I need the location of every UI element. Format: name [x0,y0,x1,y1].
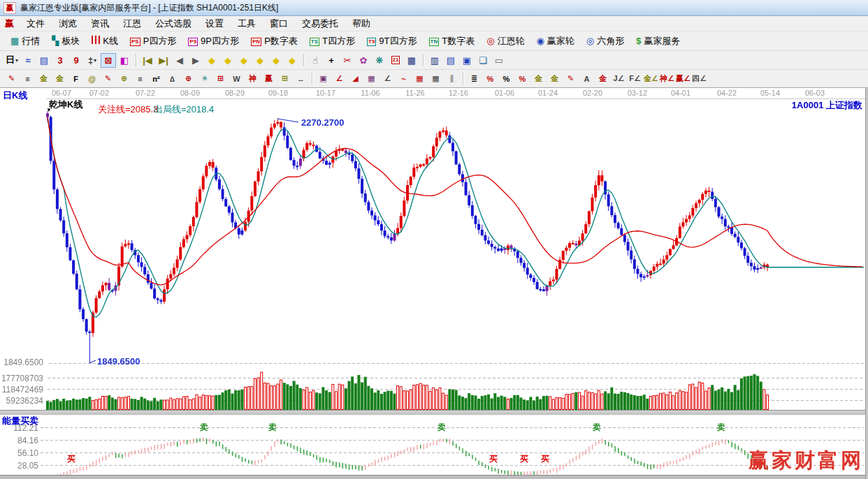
gold-underline-tool[interactable]: 金 [595,72,611,86]
t-square-button[interactable]: TST四方形 [305,34,360,49]
n-square-tool[interactable]: n² [148,72,164,86]
menu-trade-order[interactable]: 交易委托 [295,16,345,31]
percent-lines-tool[interactable]: % [514,72,530,86]
menu-formula-stock-pick[interactable]: 公式选股 [148,16,198,31]
star-web-tool[interactable]: ✳ [196,72,212,86]
panel-right-border [865,88,868,479]
j-angle-tool[interactable]: J∠ [611,72,627,86]
winner-service-button[interactable]: $赢家服务 [631,34,685,49]
diamond-h-expand-button[interactable]: ◆ [236,53,252,68]
fibonacci-lines-tool[interactable]: F [68,72,84,86]
calculator-button[interactable]: ▦ [404,53,419,68]
line-group-tool[interactable]: ≡ [132,72,148,86]
date-tick-01-24: 01-24 [534,89,562,97]
kline-chart-canvas[interactable] [0,88,868,479]
slash-lines-tool[interactable]: ∥ [444,72,460,86]
data-table-button[interactable]: ▥ [427,53,442,68]
last-bar-button[interactable]: ▶| [156,53,171,68]
diamond-pan-left-button[interactable]: ◆ [204,53,219,68]
menu-file[interactable]: 文件 [20,16,52,31]
pattern-box-icon[interactable]: ⊠ [101,53,116,68]
wave-pattern-icon[interactable]: ≈ [20,53,36,68]
gold-circle-tool[interactable]: 金 [530,72,547,86]
gold-bar-tool[interactable]: 金 [547,72,563,86]
wave-analysis-tool[interactable]: ❋ [372,53,387,68]
a-wave-tool[interactable]: A [579,72,595,86]
next-bar-button[interactable]: ▶ [188,53,203,68]
menu-window[interactable]: 窗口 [263,16,295,31]
volume-profile-tool[interactable]: ≣ [466,72,482,86]
f-angle-tool[interactable]: F∠ [627,72,643,86]
grid-dark-tool[interactable]: ▦ [428,72,444,86]
first-bar-button[interactable]: |◀ [140,53,155,68]
brush-tool[interactable]: ✎ [100,72,116,86]
calendar-button[interactable]: 21 [388,53,403,68]
si-angle-tool[interactable]: 四∠ [691,72,707,86]
percent-line-red-tool[interactable]: % [482,72,498,86]
sectors-button[interactable]: ▚板块 [47,34,85,49]
spiral-tool[interactable]: @ [84,72,100,86]
zigzag-tool[interactable]: ~ [396,72,412,86]
ying-angle-tool[interactable]: 赢∠ [675,72,691,86]
save-button[interactable]: ▣ [459,53,475,68]
winner-wheel-button[interactable]: ◉赢家轮 [531,34,579,49]
gold-angle-tool[interactable]: 金∠ [643,72,659,86]
angle-mirror-tool[interactable]: ∆ [164,72,180,86]
menu-help[interactable]: 帮助 [345,16,377,31]
diamond-pan-right-button[interactable]: ◆ [220,53,236,68]
note-button[interactable]: ▤ [443,53,458,68]
shen-line-tool[interactable]: 神 [245,72,261,86]
grid-red-tool[interactable]: ▦ [412,72,428,86]
prev-bar-button[interactable]: ◀ [172,53,187,68]
square-select-tool[interactable]: ▣ [315,72,331,86]
ruler-123-tool[interactable]: ⊞ [277,72,293,86]
angle-cut-tool[interactable]: ✂ [340,53,355,68]
three-chart-icon[interactable]: 3 [52,53,68,68]
menu-tools[interactable]: 工具 [231,16,263,31]
compass-tool[interactable]: ⊕ [180,72,196,86]
pen-measure-tool[interactable]: ✎ [563,72,579,86]
pen-tool[interactable]: ✎ [3,72,20,86]
shen-angle-tool[interactable]: 神∠ [659,72,675,86]
angle-rays-tool[interactable]: ∠ [379,72,396,86]
info-doc-icon[interactable]: ▤ [36,53,52,68]
web-square-tool[interactable]: ⊞ [212,72,229,86]
hatch-lines-tool[interactable]: ≡ [20,72,36,86]
menu-browse[interactable]: 浏览 [52,16,84,31]
color-histogram-icon[interactable]: ◧ [117,53,132,68]
menu-gann[interactable]: 江恩 [116,16,148,31]
nine-t-square-button[interactable]: T99T四方形 [362,34,422,49]
menu-settings[interactable]: 设置 [198,16,231,31]
crosshair-tool[interactable]: + [324,53,339,68]
diamond-v-expand-button[interactable]: ◆ [268,53,284,68]
diamond-reset-button[interactable]: ◆ [284,53,300,68]
p-square-button[interactable]: PSP四方形 [125,34,181,49]
percent-tool[interactable]: % [498,72,514,86]
p-number-table-button[interactable]: PNP数字表 [246,34,303,49]
width-arrow-tool[interactable]: ↔ [293,72,309,86]
web-box-tool[interactable]: ▦ [363,72,379,86]
print-button[interactable]: ▭ [491,53,507,68]
t-number-table-button[interactable]: TNT数字表 [424,34,480,49]
gann-wheel-button[interactable]: ◎江恩轮 [482,34,529,49]
gold-line-tool-1[interactable]: 金 [36,72,52,86]
diamond-h-shrink-button[interactable]: ◆ [252,53,268,68]
candle-style-selector[interactable]: ‡▾ [85,53,100,68]
export-button[interactable]: ❏ [475,53,491,68]
fan-box-tool[interactable]: ◢ [347,72,363,86]
fan-lines-tool[interactable]: ∠ [331,72,347,86]
panel-splitter[interactable] [0,410,868,415]
nine-p-square-button[interactable]: P99P四方形 [183,34,244,49]
period-day-selector[interactable]: 日▾ [4,53,20,68]
menu-news[interactable]: 资讯 [84,16,116,31]
gann-flower-tool[interactable]: ✿ [356,53,371,68]
kline-button[interactable]: K线 [87,34,123,49]
nine-chart-icon[interactable]: 9 [68,53,84,68]
hexagon-button[interactable]: ◎六角形 [581,34,629,49]
gold-line-tool-2[interactable]: 金 [52,72,68,86]
circle-ticks-tool[interactable]: ⊕ [116,72,132,86]
quotes-button[interactable]: ▦行情 [6,34,45,49]
hand-tool[interactable]: ☝ [308,53,323,68]
wave-marks-tool[interactable]: W [229,72,245,86]
ying-line-tool[interactable]: 赢 [261,72,277,86]
